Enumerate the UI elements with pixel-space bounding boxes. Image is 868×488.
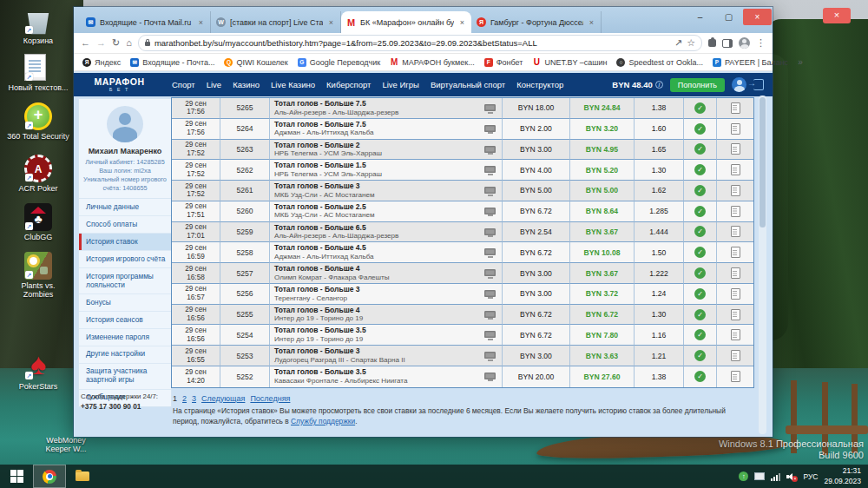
sidebar-item[interactable]: Другие настройки	[79, 346, 171, 363]
side-panel-icon[interactable]	[722, 39, 733, 48]
extensions-icon[interactable]	[708, 39, 716, 47]
url-text[interactable]: marathonbet.by/su/myaccount/bethistory.h…	[155, 38, 670, 48]
receipt-icon[interactable]	[731, 247, 740, 258]
desktop-icon-text-document[interactable]: ↗Новый текстов...	[5, 54, 71, 92]
desktop-icon-webmoney-keeper[interactable]: WebMoney Keeper W...	[33, 434, 99, 454]
tray-network-icon[interactable]	[771, 472, 780, 481]
browser-tab[interactable]: W[ставки на спорт] Live Ставки по×	[211, 11, 341, 33]
sidebar-item[interactable]: Способ оплаты	[79, 215, 171, 233]
receipt-icon[interactable]	[731, 288, 740, 300]
monitor-icon[interactable]	[484, 269, 496, 276]
desktop-icon-clubgg[interactable]: ↗ClubGG	[5, 203, 71, 241]
page-scrollbar[interactable]	[759, 96, 766, 434]
receipt-icon[interactable]	[731, 226, 740, 237]
forward-icon[interactable]: →	[96, 38, 106, 48]
tray-keyboard-icon[interactable]	[754, 472, 765, 480]
nav-link[interactable]: Спорт	[172, 80, 195, 89]
share-icon[interactable]: ↗	[674, 38, 682, 48]
pagination-link[interactable]: 3	[192, 394, 196, 403]
monitor-icon[interactable]	[484, 146, 496, 153]
monitor-icon[interactable]	[484, 208, 496, 214]
monitor-icon[interactable]	[484, 228, 496, 235]
bookmark-star-icon[interactable]: ☆	[687, 38, 695, 48]
nav-link[interactable]: Конструктор	[516, 80, 563, 89]
receipt-icon[interactable]	[731, 185, 740, 196]
taskbar-explorer-button[interactable]	[66, 465, 99, 488]
tab-close-icon[interactable]: ×	[197, 18, 205, 27]
logout-icon[interactable]	[753, 79, 764, 90]
balance-info-icon[interactable]: i	[655, 81, 663, 89]
tray-volume-muted-icon[interactable]: ×	[786, 472, 797, 481]
monitor-icon[interactable]	[484, 187, 496, 194]
bookmark-item[interactable]: ЯЯндекс	[82, 58, 121, 67]
monitor-icon[interactable]	[484, 331, 496, 338]
address-bar[interactable]: marathonbet.by/su/myaccount/bethistory.h…	[138, 35, 702, 51]
receipt-icon[interactable]	[731, 102, 740, 114]
background-window-close-button[interactable]: ×	[823, 8, 851, 23]
receipt-icon[interactable]	[731, 206, 740, 217]
bookmark-item[interactable]: GGoogle Переводчик	[298, 58, 380, 67]
monitor-icon[interactable]	[484, 311, 496, 318]
browser-tab[interactable]: ЯГамбург - Фортуна Дюссельдо×	[471, 11, 602, 33]
scrollbar-thumb[interactable]	[760, 97, 766, 228]
profile-icon[interactable]	[739, 37, 750, 49]
receipt-icon[interactable]	[731, 350, 740, 361]
nav-link[interactable]: Live Казино	[271, 80, 315, 89]
tray-360-icon[interactable]: ↑	[739, 472, 748, 481]
nav-link[interactable]: Киберспорт	[326, 80, 371, 89]
receipt-icon[interactable]	[731, 329, 740, 340]
sidebar-item[interactable]: История сеансов	[79, 311, 171, 328]
desktop-icon-plants-vs-zombies[interactable]: ↗Plants vs. Zombies	[5, 252, 71, 300]
maximize-button[interactable]: ▢	[714, 9, 743, 25]
pagination-link[interactable]: 2	[182, 394, 187, 403]
nav-link[interactable]: Виртуальный спорт	[431, 80, 505, 89]
desktop-icon-pokerstars[interactable]: ↗PokerStars	[5, 353, 71, 391]
home-icon[interactable]: ⌂	[126, 38, 132, 48]
browser-tab[interactable]: ✉Входящие - Почта Mail.ru×	[81, 11, 211, 33]
desktop-icon-360-total-security[interactable]: ↗360 Total Security	[5, 102, 71, 141]
nav-link[interactable]: Live	[207, 80, 221, 89]
sidebar-item[interactable]: Изменение пароля	[79, 328, 171, 346]
receipt-icon[interactable]	[731, 143, 740, 155]
topup-button[interactable]: Пополнить	[670, 78, 725, 92]
back-icon[interactable]: ←	[81, 38, 90, 48]
minimize-button[interactable]: –	[686, 9, 714, 25]
monitor-icon[interactable]	[484, 125, 496, 132]
sidebar-item[interactable]: Бонусы	[79, 293, 171, 311]
desktop-icon-recycle-bin[interactable]: ↗Корзина	[5, 7, 71, 45]
bookmark-item[interactable]: UUNET.BY –сашин	[532, 58, 607, 67]
receipt-icon[interactable]	[731, 164, 740, 175]
sidebar-item[interactable]: Личные данные	[79, 199, 171, 215]
user-avatar-icon[interactable]	[732, 77, 746, 92]
bookmark-item[interactable]: FФонбет	[484, 58, 523, 67]
tab-close-icon[interactable]: ×	[588, 18, 595, 27]
pagination-link[interactable]: Последняя	[250, 394, 290, 403]
tray-clock[interactable]: 21:31 29.09.2023	[824, 466, 861, 485]
taskbar-chrome-button[interactable]	[33, 465, 66, 488]
receipt-icon[interactable]	[731, 309, 740, 320]
sidebar-item[interactable]: История программы лояльности	[79, 267, 171, 293]
pagination-link[interactable]: Следующая	[201, 394, 245, 403]
marathon-logo[interactable]: МАРАФОН Б Е Т	[74, 77, 165, 92]
receipt-icon[interactable]	[731, 371, 740, 382]
bookmark-item[interactable]: MМАРАФОН букмек...	[390, 58, 474, 67]
support-link[interactable]: Службу поддержки	[291, 417, 355, 425]
monitor-icon[interactable]	[484, 104, 496, 111]
monitor-icon[interactable]	[484, 352, 496, 359]
tab-close-icon[interactable]: ×	[327, 18, 335, 27]
nav-link[interactable]: Казино	[233, 80, 260, 89]
tray-language[interactable]: РУС	[803, 472, 818, 481]
desktop-icon-acr-poker[interactable]: ↗ACR Poker	[5, 155, 71, 193]
menu-dots-icon[interactable]: ⋮	[756, 38, 766, 48]
monitor-icon[interactable]	[484, 166, 496, 173]
nav-link[interactable]: Live Игры	[382, 80, 418, 89]
monitor-icon[interactable]	[484, 373, 496, 379]
browser-tab[interactable]: MБК «Марафон» онлайн букмеке×	[341, 11, 471, 33]
bookmark-item[interactable]: QQIWI Кошелек	[224, 58, 287, 67]
reload-icon[interactable]: ↻	[112, 38, 120, 48]
bookmark-item[interactable]: ○Speedtest от Ookla...	[616, 58, 702, 67]
monitor-icon[interactable]	[484, 248, 496, 255]
monitor-icon[interactable]	[484, 290, 496, 297]
bookmarks-overflow-icon[interactable]: »	[798, 57, 803, 67]
sidebar-item[interactable]: История игрового счёта	[79, 250, 171, 267]
